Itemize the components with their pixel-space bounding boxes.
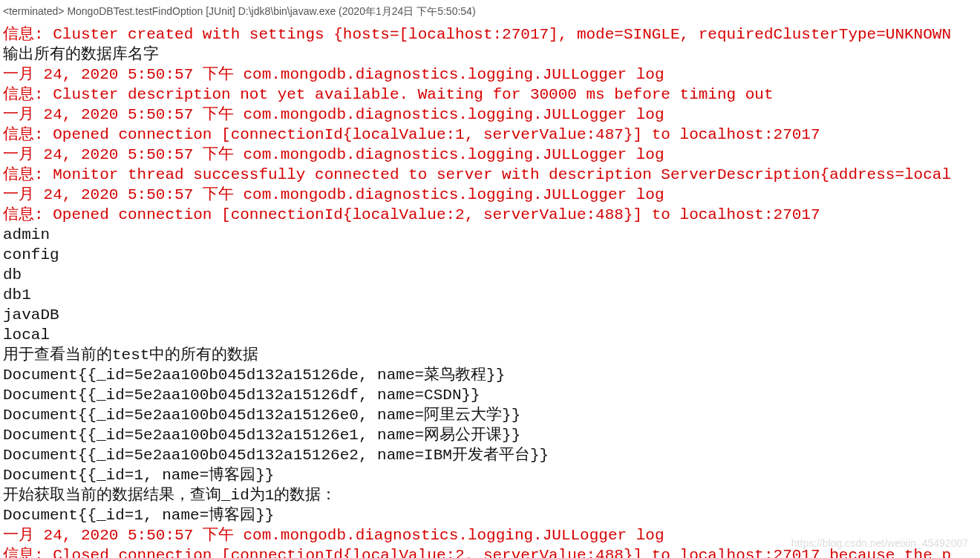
console-line: Document{{_id=5e2aa100b045d132a15126e1, …	[3, 425, 977, 445]
console-line: 用于查看当前的test中的所有的数据	[3, 345, 977, 365]
console-line: 信息: Cluster description not yet availabl…	[3, 85, 977, 105]
console-line: local	[3, 325, 977, 345]
console-header: <terminated> MongoDBTest.testFindOption …	[0, 0, 980, 24]
console-line: admin	[3, 225, 977, 245]
console-line: Document{{_id=5e2aa100b045d132a15126e0, …	[3, 405, 977, 425]
console-line: 信息: Opened connection [connectionId{loca…	[3, 125, 977, 145]
console-line: 一月 24, 2020 5:50:57 下午 com.mongodb.diagn…	[3, 105, 977, 125]
console-line: 一月 24, 2020 5:50:57 下午 com.mongodb.diagn…	[3, 185, 977, 205]
console-line: 开始获取当前的数据结果，查询_id为1的数据：	[3, 485, 977, 505]
console-line: db	[3, 265, 977, 285]
console-line: Document{{_id=5e2aa100b045d132a15126df, …	[3, 385, 977, 405]
console-line: Document{{_id=5e2aa100b045d132a15126e2, …	[3, 445, 977, 465]
console-line: 信息: Monitor thread successfully connecte…	[3, 165, 977, 185]
console-output[interactable]: 信息: Cluster created with settings {hosts…	[0, 24, 980, 558]
console-line: 信息: Cluster created with settings {hosts…	[3, 24, 977, 45]
console-line: 一月 24, 2020 5:50:57 下午 com.mongodb.diagn…	[3, 65, 977, 85]
console-line: 一月 24, 2020 5:50:57 下午 com.mongodb.diagn…	[3, 525, 977, 545]
console-line: config	[3, 245, 977, 265]
console-line: db1	[3, 285, 977, 305]
console-line: Document{{_id=1, name=博客园}}	[3, 505, 977, 525]
console-line: Document{{_id=5e2aa100b045d132a15126de, …	[3, 365, 977, 385]
console-line: 输出所有的数据库名字	[3, 45, 977, 65]
console-line: 一月 24, 2020 5:50:57 下午 com.mongodb.diagn…	[3, 145, 977, 165]
console-line: 信息: Closed connection [connectionId{loca…	[3, 545, 977, 558]
console-line: 信息: Opened connection [connectionId{loca…	[3, 205, 977, 225]
console-line: javaDB	[3, 305, 977, 325]
console-line: Document{{_id=1, name=博客园}}	[3, 465, 977, 485]
